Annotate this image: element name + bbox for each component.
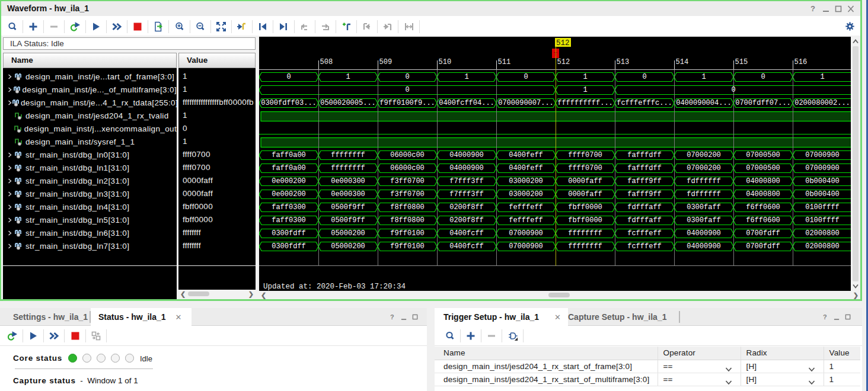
svg-text:0100ffff: 0100ffff	[805, 216, 840, 225]
svg-text:04000800: 04000800	[746, 177, 780, 185]
svg-text:fdffffff: fdffffff	[687, 190, 721, 198]
svg-text:07000200: 07000200	[687, 164, 721, 172]
svg-text:07000900: 07000900	[509, 242, 543, 251]
svg-text:0: 0	[286, 73, 291, 81]
svg-text:0200080002...: 0200080002...	[794, 99, 850, 107]
svg-text:ffffffffff...: ffffffffff...	[557, 99, 613, 107]
svg-text:0200f8ff: 0200f8ff	[449, 203, 484, 211]
svg-text:0700fdff07...: 0700fdff07...	[735, 99, 791, 107]
svg-text:1: 1	[701, 73, 706, 81]
svg-text:04000900: 04000900	[449, 151, 484, 159]
svg-text:f8ff0800: f8ff0800	[390, 216, 425, 225]
svg-text:faff0300: faff0300	[272, 203, 306, 211]
svg-text:f8ff0800: f8ff0800	[390, 203, 425, 211]
svg-text:f9ff0100: f9ff0100	[390, 229, 425, 238]
svg-text:fefffeff: fefffeff	[509, 203, 543, 211]
svg-text:0: 0	[405, 73, 409, 81]
svg-text:04000900: 04000900	[687, 242, 721, 251]
svg-text:06000c00: 06000c00	[390, 151, 425, 159]
svg-text:0300fdff: 0300fdff	[272, 242, 306, 251]
svg-text:1: 1	[464, 73, 468, 81]
svg-text:515: 515	[735, 58, 748, 66]
svg-text:f9ff0100: f9ff0100	[390, 242, 425, 251]
svg-text:02000800: 02000800	[805, 242, 840, 251]
svg-text:0400feff: 0400feff	[509, 151, 543, 159]
svg-text:f6ff0600: f6ff0600	[746, 203, 780, 211]
svg-text:511: 511	[498, 58, 511, 66]
svg-text:?: ?	[823, 313, 827, 321]
svg-text:06000c00: 06000c00	[390, 164, 425, 172]
svg-text:fcfffeff: fcfffeff	[627, 242, 662, 251]
svg-text:1: 1	[346, 73, 350, 81]
svg-text:1: 1	[583, 73, 587, 81]
svg-text:?: ?	[390, 313, 394, 321]
svg-text:f7fff3ff: f7fff3ff	[449, 177, 484, 185]
svg-text:0: 0	[524, 73, 528, 81]
svg-text:513: 513	[617, 58, 630, 66]
svg-text:0500f9ff: 0500f9ff	[331, 203, 365, 211]
svg-text:07000500: 07000500	[746, 151, 780, 159]
svg-text:fdfffaff: fdfffaff	[627, 216, 662, 225]
svg-text:05000200: 05000200	[331, 229, 365, 238]
svg-text:0e000300: 0e000300	[331, 177, 365, 185]
svg-text:0b000400: 0b000400	[805, 177, 840, 185]
svg-text:f6ff0600: f6ff0600	[746, 216, 780, 225]
svg-text:f7fff3ff: f7fff3ff	[449, 190, 484, 198]
svg-text:516: 516	[794, 58, 808, 66]
svg-text:ffff0700: ffff0700	[568, 151, 602, 159]
svg-text:04000800: 04000800	[746, 190, 780, 198]
svg-text:514: 514	[676, 58, 689, 66]
svg-text:f9ff0100f9...: f9ff0100f9...	[379, 99, 435, 107]
svg-text:fbff0000: fbff0000	[568, 216, 602, 225]
svg-text:0e000200: 0e000200	[272, 190, 306, 198]
svg-text:0200f8ff: 0200f8ff	[449, 216, 484, 225]
svg-text:1: 1	[583, 86, 587, 94]
svg-text:509: 509	[379, 58, 392, 66]
svg-text:0400fcff: 0400fcff	[449, 242, 484, 251]
svg-text:0: 0	[642, 73, 646, 81]
svg-text:510: 510	[439, 58, 452, 66]
svg-text:ffffffff: ffffffff	[568, 242, 602, 251]
svg-text:512: 512	[557, 58, 570, 66]
svg-text:07000900: 07000900	[509, 229, 543, 238]
svg-text:03000200: 03000200	[509, 177, 543, 185]
svg-text:07000200: 07000200	[687, 151, 721, 159]
svg-text:fafff9ff: fafff9ff	[627, 177, 662, 185]
svg-text:0300faff: 0300faff	[687, 216, 721, 225]
svg-text:fcfffefffc...: fcfffefffc...	[617, 99, 672, 107]
svg-text:f3ff0700: f3ff0700	[390, 190, 425, 198]
svg-text:0700fdff: 0700fdff	[746, 229, 780, 238]
svg-text:0700fdff: 0700fdff	[746, 242, 780, 251]
svg-text:0: 0	[731, 86, 735, 94]
svg-text:ffffffff: ffffffff	[568, 229, 602, 238]
svg-text:ffffffff: ffffffff	[331, 164, 365, 172]
svg-text:03000200: 03000200	[509, 190, 543, 198]
svg-text:07000900: 07000900	[805, 151, 840, 159]
svg-text:fafffdff: fafffdff	[627, 164, 662, 172]
svg-text:fcfffeff: fcfffeff	[627, 229, 662, 238]
svg-text:faff0300: faff0300	[272, 216, 306, 225]
svg-text:?: ?	[810, 5, 815, 12]
svg-text:0: 0	[761, 73, 765, 81]
svg-text:07000900: 07000900	[805, 164, 840, 172]
svg-text:fafff9ff: fafff9ff	[627, 190, 662, 198]
svg-text:1: 1	[820, 73, 824, 81]
svg-text:ffff0700: ffff0700	[568, 164, 602, 172]
svg-text:0000faff: 0000faff	[568, 177, 602, 185]
svg-text:0b000400: 0b000400	[805, 190, 840, 198]
svg-text:0400fcff: 0400fcff	[449, 229, 484, 238]
svg-text:0: 0	[405, 86, 409, 94]
svg-text:fdffffff: fdffffff	[687, 177, 721, 185]
svg-text:fbff0000: fbff0000	[568, 203, 602, 211]
svg-text:0e000200: 0e000200	[272, 177, 306, 185]
svg-text:07000500: 07000500	[746, 164, 780, 172]
svg-text:0700090007...: 0700090007...	[498, 99, 554, 107]
svg-text:fefffeff: fefffeff	[509, 216, 543, 225]
svg-text:0300faff: 0300faff	[687, 203, 721, 211]
svg-text:faff0a00: faff0a00	[272, 164, 306, 172]
svg-text:Updated at: 2020-Feb-03 17:20:: Updated at: 2020-Feb-03 17:20:34	[263, 283, 406, 291]
svg-text:faff0a00: faff0a00	[272, 151, 306, 159]
svg-text:0e000300: 0e000300	[331, 190, 365, 198]
svg-text:0500020005...: 0500020005...	[320, 99, 376, 107]
svg-text:0400090004...: 0400090004...	[676, 99, 732, 107]
